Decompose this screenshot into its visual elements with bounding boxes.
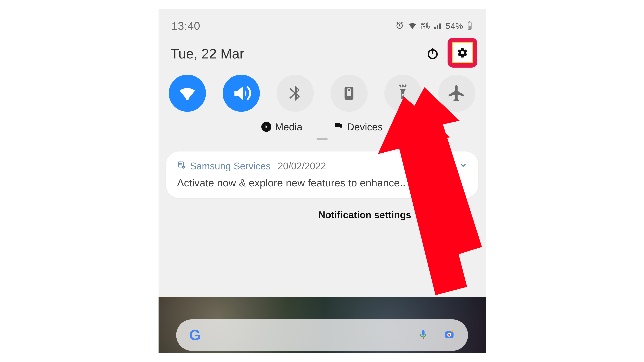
shade-dim-overlay bbox=[158, 9, 486, 353]
notification-shade: G 13:40 Vo)) LTE2 bbox=[158, 9, 486, 353]
